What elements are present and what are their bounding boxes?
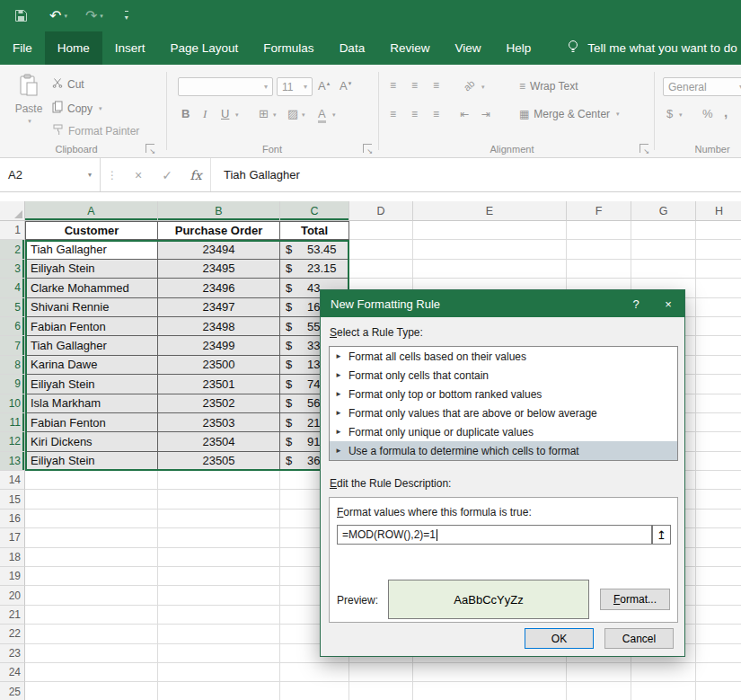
row-header-20[interactable]: 20: [0, 586, 25, 605]
rule-type-option-2[interactable]: ►Format only cells that contain: [330, 366, 677, 385]
align-center-icon[interactable]: ≡: [411, 108, 418, 120]
row-header-15[interactable]: 15: [0, 490, 25, 509]
cell-F1[interactable]: [567, 221, 631, 240]
cell-H24[interactable]: [696, 663, 741, 682]
undo-icon[interactable]: ↶: [49, 7, 61, 24]
row-header-24[interactable]: 24: [0, 663, 25, 682]
accounting-format-icon[interactable]: $: [666, 107, 673, 120]
cell-B13[interactable]: 23505: [158, 452, 280, 471]
cell-B8[interactable]: 23500: [158, 356, 280, 375]
cell-B25[interactable]: [158, 682, 280, 700]
customize-quick-access-icon[interactable]: ▾: [125, 11, 128, 22]
undo-dropdown-icon[interactable]: ▾: [64, 13, 67, 20]
percent-style-icon[interactable]: %: [702, 107, 713, 120]
insert-function-icon[interactable]: fx: [181, 158, 210, 191]
rule-type-option-5[interactable]: ►Format only unique or duplicate values: [330, 422, 677, 441]
cell-D25[interactable]: [349, 682, 413, 700]
underline-dropdown-icon[interactable]: ▾: [235, 111, 239, 119]
cell-A6[interactable]: Fabian Fenton: [25, 317, 158, 336]
borders-icon[interactable]: ⊞: [259, 107, 269, 120]
cell-A3[interactable]: Eiliyah Stein: [25, 260, 158, 279]
cell-A2[interactable]: Tiah Gallagher: [25, 240, 158, 259]
tab-view[interactable]: View: [442, 31, 493, 65]
save-icon[interactable]: [14, 9, 28, 22]
cell-H16[interactable]: [696, 509, 741, 528]
ok-button[interactable]: OK: [525, 628, 594, 649]
column-header-E[interactable]: E: [413, 201, 567, 221]
column-header-F[interactable]: F: [567, 201, 631, 221]
redo-icon[interactable]: ↷: [85, 7, 97, 24]
cell-B7[interactable]: 23499: [158, 336, 280, 355]
cell-B14[interactable]: [158, 471, 280, 490]
row-header-19[interactable]: 19: [0, 567, 25, 586]
cell-H7[interactable]: [696, 336, 741, 355]
cell-A7[interactable]: Tiah Gallagher: [25, 336, 158, 355]
cell-B1[interactable]: Purchase Order: [158, 221, 280, 240]
cancel-entry-icon[interactable]: ×: [124, 158, 153, 191]
cell-B23[interactable]: [158, 644, 280, 663]
cell-B18[interactable]: [158, 548, 280, 567]
cell-A10[interactable]: Isla Markham: [25, 394, 158, 413]
underline-button[interactable]: U: [221, 107, 229, 120]
paste-button[interactable]: Paste ▾: [7, 74, 50, 149]
cell-H3[interactable]: [696, 260, 741, 279]
row-header-8[interactable]: 8: [0, 356, 25, 375]
font-size-combo[interactable]: 11 ▾: [277, 77, 313, 96]
cell-B17[interactable]: [158, 528, 280, 547]
cell-A23[interactable]: [25, 644, 158, 663]
cell-C24[interactable]: [280, 663, 349, 682]
italic-button[interactable]: I: [203, 107, 207, 121]
tab-page-layout[interactable]: Page Layout: [158, 31, 251, 65]
cell-H21[interactable]: [696, 606, 741, 625]
cell-B21[interactable]: [158, 606, 280, 625]
cell-B10[interactable]: 23502: [158, 394, 280, 413]
row-header-3[interactable]: 3: [0, 260, 25, 279]
tab-insert[interactable]: Insert: [102, 31, 158, 65]
cell-A12[interactable]: Kiri Dickens: [25, 432, 158, 451]
cell-A22[interactable]: [25, 625, 158, 643]
row-header-6[interactable]: 6: [0, 317, 25, 336]
formula-bar-resize-handle[interactable]: ⋮: [101, 158, 124, 191]
rule-type-option-3[interactable]: ►Format only top or bottom ranked values: [330, 385, 677, 403]
cell-B24[interactable]: [158, 663, 280, 682]
align-top-icon[interactable]: ≡: [390, 79, 396, 92]
collapse-dialog-button[interactable]: ↥: [652, 525, 671, 545]
cell-B11[interactable]: 23503: [158, 413, 280, 432]
cell-F3[interactable]: [567, 260, 631, 279]
cell-H5[interactable]: [696, 298, 741, 317]
decrease-indent-icon[interactable]: ⇤: [460, 108, 469, 120]
align-middle-icon[interactable]: ≡: [411, 79, 418, 92]
row-header-9[interactable]: 9: [0, 375, 25, 394]
column-header-H[interactable]: H: [696, 201, 741, 221]
cell-A1[interactable]: Customer: [25, 221, 158, 240]
cell-H12[interactable]: [696, 432, 741, 451]
cell-B9[interactable]: 23501: [158, 375, 280, 394]
merge-center-button[interactable]: ▦ Merge & Center ▾: [519, 108, 620, 120]
cell-E3[interactable]: [413, 260, 567, 279]
cell-A17[interactable]: [25, 528, 158, 547]
rule-type-option-6[interactable]: ►Use a formula to determine which cells …: [330, 441, 677, 460]
cell-H14[interactable]: [696, 471, 741, 490]
orientation-icon[interactable]: ab: [462, 77, 477, 93]
row-header-25[interactable]: 25: [0, 682, 25, 700]
cell-G24[interactable]: [631, 663, 696, 682]
cell-G25[interactable]: [631, 682, 696, 700]
clipboard-dialog-launcher-icon[interactable]: [146, 144, 154, 153]
tell-me-box[interactable]: Tell me what you want to do: [567, 31, 737, 65]
cell-A14[interactable]: [25, 471, 158, 490]
row-header-7[interactable]: 7: [0, 336, 25, 355]
cell-A25[interactable]: [25, 682, 158, 700]
cell-A8[interactable]: Karina Dawe: [25, 356, 158, 375]
cell-C25[interactable]: [280, 682, 349, 700]
increase-font-size-button[interactable]: A▴: [318, 79, 330, 93]
row-header-10[interactable]: 10: [0, 394, 25, 413]
column-header-G[interactable]: G: [631, 201, 696, 221]
row-header-16[interactable]: 16: [0, 509, 25, 528]
formula-bar-input[interactable]: Tiah Gallagher: [210, 158, 741, 191]
cell-H10[interactable]: [696, 394, 741, 413]
cell-A16[interactable]: [25, 509, 158, 528]
cell-H22[interactable]: [696, 625, 741, 643]
row-header-12[interactable]: 12: [0, 432, 25, 451]
cell-A24[interactable]: [25, 663, 158, 682]
increase-indent-icon[interactable]: ⇥: [481, 108, 490, 120]
